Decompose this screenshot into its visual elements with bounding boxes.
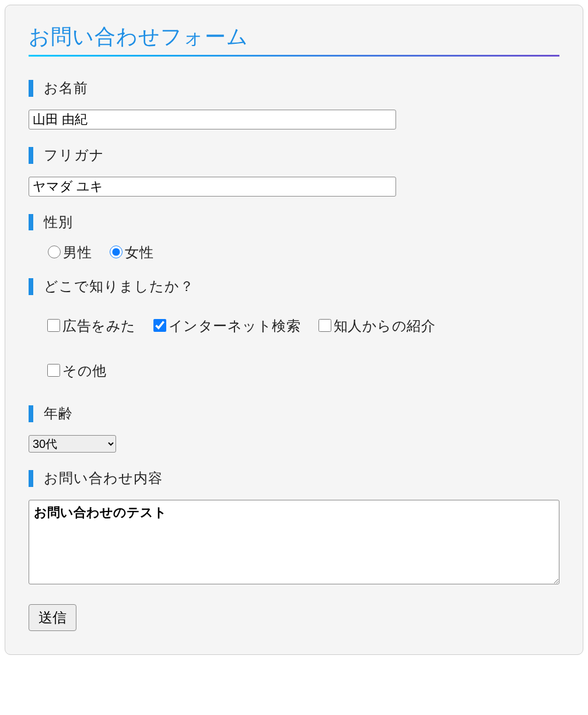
gender-options: 男性 女性 (29, 243, 559, 270)
gender-option-male[interactable]: 男性 (45, 243, 92, 262)
checkbox-other[interactable] (47, 364, 60, 377)
checkbox-internet[interactable] (153, 319, 166, 332)
field-gender: 性別 男性 女性 (29, 214, 559, 271)
submit-button[interactable]: 送信 (29, 604, 76, 631)
name-input[interactable] (29, 110, 396, 129)
field-kana: フリガナ (29, 147, 559, 197)
radio-female-label: 女性 (125, 244, 153, 260)
checkbox-other-label: その他 (62, 363, 107, 378)
body-textarea[interactable] (29, 500, 559, 584)
radio-female[interactable] (110, 246, 123, 258)
page-title: お問い合わせフォーム (29, 23, 559, 51)
checkbox-ad-label: 広告をみた (62, 318, 136, 334)
field-source: どこで知りましたか？ 広告をみた インターネット検索 知人からの紹介 その他 (29, 278, 559, 397)
label-body: お問い合わせ内容 (29, 470, 559, 487)
checkbox-referral-label: 知人からの紹介 (334, 318, 436, 334)
checkbox-referral[interactable] (318, 319, 331, 332)
radio-male[interactable] (48, 246, 61, 258)
checkbox-internet-label: インターネット検索 (169, 318, 301, 334)
title-underline (29, 55, 559, 57)
age-select[interactable]: 30代 (29, 435, 116, 453)
field-body: お問い合わせ内容 (29, 470, 559, 587)
field-name: お名前 (29, 80, 559, 129)
source-option-referral[interactable]: 知人からの紹介 (316, 308, 436, 344)
label-age: 年齢 (29, 405, 559, 422)
kana-input[interactable] (29, 177, 396, 197)
form-container: お問い合わせフォーム お名前 フリガナ 性別 男性 女性 どこで知りましたか？ … (5, 5, 583, 655)
field-age: 年齢 30代 (29, 405, 559, 453)
checkbox-ad[interactable] (47, 319, 60, 332)
gender-option-female[interactable]: 女性 (107, 243, 153, 262)
radio-male-label: 男性 (63, 244, 92, 260)
source-options: 広告をみた インターネット検索 知人からの紹介 その他 (29, 308, 559, 397)
label-gender: 性別 (29, 214, 559, 231)
label-source: どこで知りましたか？ (29, 278, 559, 295)
source-option-ad[interactable]: 広告をみた (45, 308, 136, 344)
source-option-other[interactable]: その他 (45, 353, 107, 389)
label-name: お名前 (29, 80, 559, 97)
label-kana: フリガナ (29, 147, 559, 164)
source-option-internet[interactable]: インターネット検索 (151, 308, 301, 344)
